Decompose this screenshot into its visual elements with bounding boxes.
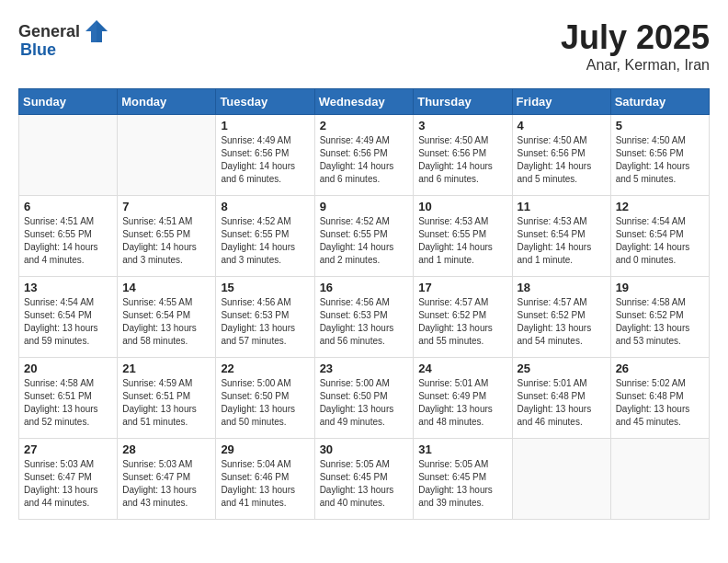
day-number: 23	[320, 362, 409, 375]
day-of-week-header: Wednesday	[314, 89, 414, 115]
calendar-day-cell: 11Sunrise: 4:53 AMSunset: 6:54 PMDayligh…	[512, 196, 610, 277]
calendar-day-cell	[610, 439, 709, 520]
calendar-day-cell: 23Sunrise: 5:00 AMSunset: 6:50 PMDayligh…	[314, 358, 414, 439]
day-number: 8	[221, 200, 309, 213]
day-number: 25	[518, 362, 606, 375]
calendar-day-cell: 28Sunrise: 5:03 AMSunset: 6:47 PMDayligh…	[118, 439, 216, 520]
day-info: Sunrise: 4:50 AMSunset: 6:56 PMDaylight:…	[518, 134, 606, 186]
calendar-day-cell	[118, 115, 216, 196]
day-number: 27	[24, 442, 112, 456]
day-info: Sunrise: 4:50 AMSunset: 6:56 PMDaylight:…	[418, 134, 506, 186]
day-number: 14	[122, 281, 210, 294]
day-of-week-header: Tuesday	[216, 89, 314, 115]
day-number: 21	[122, 362, 210, 375]
calendar-day-cell: 12Sunrise: 4:54 AMSunset: 6:54 PMDayligh…	[610, 196, 709, 277]
day-number: 7	[122, 200, 210, 213]
calendar-day-cell: 27Sunrise: 5:03 AMSunset: 6:47 PMDayligh…	[19, 439, 118, 520]
calendar-week-row: 1Sunrise: 4:49 AMSunset: 6:56 PMDaylight…	[19, 115, 710, 196]
calendar-day-cell	[512, 439, 610, 520]
day-number: 26	[616, 362, 704, 375]
page-header: General Blue July 2025 Anar, Kerman, Ira…	[18, 18, 710, 74]
calendar-day-cell: 2Sunrise: 4:49 AMSunset: 6:56 PMDaylight…	[314, 115, 414, 196]
day-info: Sunrise: 5:04 AMSunset: 6:46 PMDaylight:…	[221, 458, 309, 510]
logo-blue: Blue	[20, 40, 56, 60]
day-info: Sunrise: 4:58 AMSunset: 6:52 PMDaylight:…	[616, 296, 704, 348]
day-info: Sunrise: 4:59 AMSunset: 6:51 PMDaylight:…	[122, 377, 210, 429]
calendar-day-cell: 21Sunrise: 4:59 AMSunset: 6:51 PMDayligh…	[118, 358, 216, 439]
day-number: 4	[518, 119, 606, 132]
calendar-day-cell: 5Sunrise: 4:50 AMSunset: 6:56 PMDaylight…	[610, 115, 709, 196]
calendar-day-cell: 14Sunrise: 4:55 AMSunset: 6:54 PMDayligh…	[118, 277, 216, 358]
day-of-week-header: Thursday	[414, 89, 512, 115]
day-info: Sunrise: 4:51 AMSunset: 6:55 PMDaylight:…	[24, 215, 112, 267]
day-number: 15	[221, 281, 309, 294]
day-info: Sunrise: 4:49 AMSunset: 6:56 PMDaylight:…	[320, 134, 409, 186]
calendar-day-cell: 17Sunrise: 4:57 AMSunset: 6:52 PMDayligh…	[414, 277, 512, 358]
day-number: 22	[221, 362, 309, 375]
calendar-day-cell: 16Sunrise: 4:56 AMSunset: 6:53 PMDayligh…	[314, 277, 414, 358]
calendar-day-cell: 10Sunrise: 4:53 AMSunset: 6:55 PMDayligh…	[414, 196, 512, 277]
day-number: 20	[24, 362, 112, 375]
day-of-week-header: Monday	[118, 89, 216, 115]
calendar-day-cell: 1Sunrise: 4:49 AMSunset: 6:56 PMDaylight…	[216, 115, 314, 196]
day-info: Sunrise: 5:00 AMSunset: 6:50 PMDaylight:…	[221, 377, 309, 429]
day-of-week-header: Saturday	[610, 89, 709, 115]
logo: General Blue	[18, 18, 109, 60]
calendar-day-cell: 8Sunrise: 4:52 AMSunset: 6:55 PMDaylight…	[216, 196, 314, 277]
calendar-week-row: 27Sunrise: 5:03 AMSunset: 6:47 PMDayligh…	[19, 439, 710, 520]
month-year-title: July 2025	[561, 18, 710, 57]
day-info: Sunrise: 5:01 AMSunset: 6:49 PMDaylight:…	[418, 377, 506, 429]
day-info: Sunrise: 5:03 AMSunset: 6:47 PMDaylight:…	[24, 458, 112, 510]
day-info: Sunrise: 5:01 AMSunset: 6:48 PMDaylight:…	[518, 377, 606, 429]
day-info: Sunrise: 4:54 AMSunset: 6:54 PMDaylight:…	[616, 215, 704, 267]
day-info: Sunrise: 4:49 AMSunset: 6:56 PMDaylight:…	[221, 134, 309, 186]
logo-general: General	[18, 22, 80, 41]
day-number: 13	[24, 281, 112, 294]
day-of-week-header: Friday	[512, 89, 610, 115]
day-number: 10	[418, 200, 506, 213]
day-info: Sunrise: 4:52 AMSunset: 6:55 PMDaylight:…	[221, 215, 309, 267]
day-info: Sunrise: 4:57 AMSunset: 6:52 PMDaylight:…	[418, 296, 506, 348]
calendar-day-cell: 6Sunrise: 4:51 AMSunset: 6:55 PMDaylight…	[19, 196, 118, 277]
day-info: Sunrise: 4:54 AMSunset: 6:54 PMDaylight:…	[24, 296, 112, 348]
day-of-week-header: Sunday	[19, 89, 118, 115]
day-number: 12	[616, 200, 704, 213]
calendar-day-cell: 19Sunrise: 4:58 AMSunset: 6:52 PMDayligh…	[610, 277, 709, 358]
day-number: 29	[221, 442, 309, 456]
day-number: 16	[320, 281, 409, 294]
calendar-week-row: 20Sunrise: 4:58 AMSunset: 6:51 PMDayligh…	[19, 358, 710, 439]
day-info: Sunrise: 5:05 AMSunset: 6:45 PMDaylight:…	[418, 458, 506, 510]
day-info: Sunrise: 5:02 AMSunset: 6:48 PMDaylight:…	[616, 377, 704, 429]
day-info: Sunrise: 4:57 AMSunset: 6:52 PMDaylight:…	[518, 296, 606, 348]
day-number: 3	[418, 119, 506, 132]
calendar-day-cell: 25Sunrise: 5:01 AMSunset: 6:48 PMDayligh…	[512, 358, 610, 439]
calendar-day-cell: 24Sunrise: 5:01 AMSunset: 6:49 PMDayligh…	[414, 358, 512, 439]
calendar-day-cell: 26Sunrise: 5:02 AMSunset: 6:48 PMDayligh…	[610, 358, 709, 439]
day-info: Sunrise: 4:51 AMSunset: 6:55 PMDaylight:…	[122, 215, 210, 267]
day-number: 18	[518, 281, 606, 294]
day-info: Sunrise: 4:56 AMSunset: 6:53 PMDaylight:…	[320, 296, 409, 348]
day-number: 5	[616, 119, 704, 132]
calendar-day-cell: 29Sunrise: 5:04 AMSunset: 6:46 PMDayligh…	[216, 439, 314, 520]
day-number: 11	[518, 200, 606, 213]
calendar-day-cell: 9Sunrise: 4:52 AMSunset: 6:55 PMDaylight…	[314, 196, 414, 277]
calendar-day-cell: 18Sunrise: 4:57 AMSunset: 6:52 PMDayligh…	[512, 277, 610, 358]
calendar-day-cell: 4Sunrise: 4:50 AMSunset: 6:56 PMDaylight…	[512, 115, 610, 196]
calendar-day-cell	[19, 115, 118, 196]
day-number: 1	[221, 119, 309, 132]
day-info: Sunrise: 5:05 AMSunset: 6:45 PMDaylight:…	[320, 458, 409, 510]
day-info: Sunrise: 4:56 AMSunset: 6:53 PMDaylight:…	[221, 296, 309, 348]
calendar-day-cell: 20Sunrise: 4:58 AMSunset: 6:51 PMDayligh…	[19, 358, 118, 439]
calendar-header-row: SundayMondayTuesdayWednesdayThursdayFrid…	[19, 89, 710, 115]
day-number: 19	[616, 281, 704, 294]
calendar-day-cell: 3Sunrise: 4:50 AMSunset: 6:56 PMDaylight…	[414, 115, 512, 196]
svg-marker-1	[97, 20, 108, 42]
day-info: Sunrise: 5:03 AMSunset: 6:47 PMDaylight:…	[122, 458, 210, 510]
day-number: 24	[418, 362, 506, 375]
day-info: Sunrise: 4:52 AMSunset: 6:55 PMDaylight:…	[320, 215, 409, 267]
calendar-day-cell: 31Sunrise: 5:05 AMSunset: 6:45 PMDayligh…	[414, 439, 512, 520]
title-area: July 2025 Anar, Kerman, Iran	[561, 18, 710, 74]
day-info: Sunrise: 4:55 AMSunset: 6:54 PMDaylight:…	[122, 296, 210, 348]
day-number: 31	[418, 442, 506, 456]
day-number: 28	[122, 442, 210, 456]
